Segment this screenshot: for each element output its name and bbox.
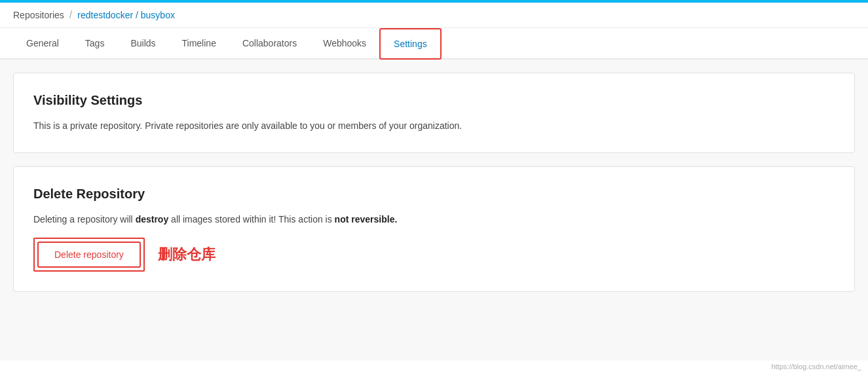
delete-row: Delete repository 删除仓库 xyxy=(33,238,835,272)
delete-section: Deleting a repository will destroy all i… xyxy=(33,212,835,271)
breadcrumb-separator: / xyxy=(69,9,72,21)
delete-repository-button[interactable]: Delete repository xyxy=(37,242,141,268)
watermark: https://blog.csdn.net/aimee_ xyxy=(771,363,861,370)
delete-warning-bold: destroy xyxy=(136,214,169,224)
tab-timeline[interactable]: Timeline xyxy=(169,29,229,60)
breadcrumb-bar: Repositories / redtestdocker / busybox xyxy=(0,3,868,28)
main-content: Visibility Settings This is a private re… xyxy=(0,60,868,361)
tab-settings[interactable]: Settings xyxy=(381,29,440,58)
tab-collaborators[interactable]: Collaborators xyxy=(229,29,310,60)
delete-warning-bold2: not reversible. xyxy=(335,214,398,224)
delete-button-wrapper: Delete repository xyxy=(33,238,145,272)
delete-card: Delete Repository Deleting a repository … xyxy=(13,166,855,291)
breadcrumb-repo-path[interactable]: redtestdocker / busybox xyxy=(77,10,175,20)
visibility-card-text: This is a private repository. Private re… xyxy=(33,118,835,133)
breadcrumb-repositories[interactable]: Repositories xyxy=(13,10,64,20)
tab-webhooks[interactable]: Webhooks xyxy=(310,29,379,60)
visibility-card-title: Visibility Settings xyxy=(33,93,835,108)
delete-warning-text: Deleting a repository will destroy all i… xyxy=(33,212,835,226)
delete-card-title: Delete Repository xyxy=(33,187,835,202)
nav-tabs: General Tags Builds Timeline Collaborato… xyxy=(0,28,868,60)
chinese-annotation: 删除仓库 xyxy=(158,245,216,264)
delete-warning-part2: all images stored within it! This action… xyxy=(168,214,334,224)
tab-settings-outline: Settings xyxy=(379,28,442,60)
tab-builds[interactable]: Builds xyxy=(117,29,168,60)
visibility-card: Visibility Settings This is a private re… xyxy=(13,73,855,153)
tab-general[interactable]: General xyxy=(13,29,72,60)
tab-tags[interactable]: Tags xyxy=(72,29,118,60)
delete-warning-part1: Deleting a repository will xyxy=(33,214,136,224)
